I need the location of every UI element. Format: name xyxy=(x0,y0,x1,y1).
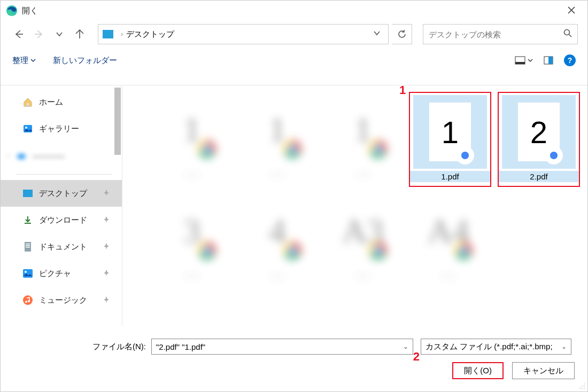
edge-icon xyxy=(6,5,18,17)
cancel-button[interactable]: キャンセル xyxy=(512,362,575,379)
file-name-label: 2.pdf xyxy=(499,171,579,182)
address-dropdown[interactable] xyxy=(370,29,384,39)
arrow-up-icon xyxy=(75,29,84,39)
sidebar-item-pictures[interactable]: ピクチャ xyxy=(1,260,122,287)
blurred-thumb: A3—— xyxy=(326,203,400,288)
sidebar-item-desktop[interactable]: デスクトップ xyxy=(1,180,122,207)
file-list-view[interactable]: 1—— 1—— 1—— 3—— 4—— A3—— A4—— 1 1 1.pdf … xyxy=(122,85,587,326)
chevron-down-icon xyxy=(373,29,381,37)
breadcrumb-location[interactable]: デスクトップ xyxy=(126,29,174,40)
chevron-down-icon xyxy=(528,58,533,63)
search-icon[interactable] xyxy=(563,29,572,40)
filename-combobox[interactable]: "2.pdf" "1.pdf" ⌄ xyxy=(151,339,413,355)
file-thumbnail: 1 xyxy=(413,95,487,169)
home-icon xyxy=(22,96,34,108)
preview-icon xyxy=(544,56,553,65)
forward-button[interactable] xyxy=(30,26,48,43)
svg-rect-9 xyxy=(23,190,33,197)
annotation-2: 2 xyxy=(413,350,420,364)
main-area: ホーム ギャラリー › ———— デスクトップ ダウンロード ドキュメント xyxy=(1,85,587,326)
svg-rect-13 xyxy=(26,247,30,248)
gallery-icon xyxy=(22,123,34,135)
chevron-down-icon xyxy=(56,30,63,38)
back-button[interactable] xyxy=(10,26,27,43)
organize-button[interactable]: 整理 xyxy=(12,56,36,66)
svg-point-22 xyxy=(579,388,581,389)
file-item-2pdf[interactable]: 2 2.pdf xyxy=(498,92,580,187)
bottom-panel: ファイル名(N): "2.pdf" "1.pdf" ⌄ カスタム ファイル (*… xyxy=(1,332,587,391)
close-icon xyxy=(567,6,576,14)
blurred-thumb: 1—— xyxy=(240,101,315,187)
svg-point-1 xyxy=(564,30,570,35)
view-mode-button[interactable] xyxy=(515,56,533,65)
chevron-down-icon xyxy=(30,58,36,63)
sidebar-item-home[interactable]: ホーム xyxy=(1,89,122,115)
view-icon xyxy=(515,56,525,65)
blurred-thumb: 1—— xyxy=(154,101,229,187)
new-folder-button[interactable]: 新しいフォルダー xyxy=(53,56,117,66)
sidebar-item-cloud[interactable]: › ———— xyxy=(1,142,122,169)
file-item-1pdf[interactable]: 1 1.pdf xyxy=(409,92,491,187)
breadcrumb-separator: › xyxy=(121,30,123,38)
search-input[interactable] xyxy=(429,30,563,39)
blurred-thumb: 4—— xyxy=(240,203,315,288)
sidebar-item-label: ピクチャ xyxy=(39,269,71,279)
organize-label: 整理 xyxy=(12,56,28,66)
recent-dropdown[interactable] xyxy=(51,26,68,43)
new-folder-label: 新しいフォルダー xyxy=(53,56,117,66)
sidebar-item-gallery[interactable]: ギャラリー xyxy=(1,115,122,142)
pin-icon xyxy=(103,269,110,278)
blurred-thumb: A4—— xyxy=(411,203,486,288)
svg-point-19 xyxy=(584,388,585,389)
file-name-label: 1.pdf xyxy=(410,171,490,182)
refresh-button[interactable] xyxy=(392,24,412,44)
open-button-label: 開く(O) xyxy=(464,366,492,376)
help-button[interactable]: ? xyxy=(564,54,576,66)
sidebar-divider xyxy=(17,174,112,175)
filename-value: "2.pdf" "1.pdf" xyxy=(156,342,205,351)
annotation-1: 1 xyxy=(399,83,406,97)
pin-icon xyxy=(103,296,110,305)
arrow-right-icon xyxy=(34,29,44,39)
search-box[interactable] xyxy=(423,24,578,44)
resize-grip-icon[interactable] xyxy=(579,383,585,389)
sidebar-item-label: ダウンロード xyxy=(39,215,87,225)
svg-point-7 xyxy=(25,127,27,129)
file-preview-glyph: 1 xyxy=(442,114,459,150)
sidebar-item-documents[interactable]: ドキュメント xyxy=(1,233,122,260)
filetype-combobox[interactable]: カスタム ファイル (*.pdf;*.ai;*.bmp; ⌄ xyxy=(421,339,571,355)
chevron-down-icon[interactable]: ⌄ xyxy=(403,343,408,350)
svg-point-8 xyxy=(17,154,26,159)
svg-point-17 xyxy=(25,301,27,303)
chrome-icon xyxy=(545,146,563,164)
arrow-left-icon xyxy=(14,29,24,39)
sidebar-item-label: ミュージック xyxy=(39,295,87,305)
cloud-icon xyxy=(16,150,27,161)
blurred-thumb: 1—— xyxy=(326,101,400,187)
pin-icon xyxy=(103,242,110,252)
svg-point-15 xyxy=(25,271,27,273)
open-button[interactable]: 開く(O) xyxy=(452,362,504,379)
svg-rect-12 xyxy=(26,245,30,246)
up-button[interactable] xyxy=(71,26,88,43)
svg-point-18 xyxy=(28,300,30,302)
chevron-down-icon[interactable]: ⌄ xyxy=(561,343,567,350)
svg-point-16 xyxy=(23,295,33,305)
nav-toolbar: › デスクトップ xyxy=(1,21,587,48)
command-bar: 整理 新しいフォルダー ? xyxy=(1,48,587,73)
titlebar: 開く xyxy=(1,1,587,21)
sidebar-item-label: ホーム xyxy=(39,97,63,107)
sidebar-item-downloads[interactable]: ダウンロード xyxy=(1,207,122,233)
svg-point-20 xyxy=(582,388,583,389)
blurred-thumb: 3—— xyxy=(154,203,229,288)
address-bar[interactable]: › デスクトップ xyxy=(98,24,389,44)
sidebar-item-music[interactable]: ミュージック xyxy=(1,287,122,313)
svg-point-24 xyxy=(584,383,585,385)
sidebar-item-label: ギャラリー xyxy=(39,124,79,134)
svg-rect-11 xyxy=(26,244,30,245)
close-button[interactable] xyxy=(561,2,582,20)
preview-pane-button[interactable] xyxy=(544,56,553,65)
file-thumbnail: 2 xyxy=(502,95,576,169)
navigation-pane: ホーム ギャラリー › ———— デスクトップ ダウンロード ドキュメント xyxy=(1,85,122,326)
folder-icon xyxy=(103,30,113,38)
